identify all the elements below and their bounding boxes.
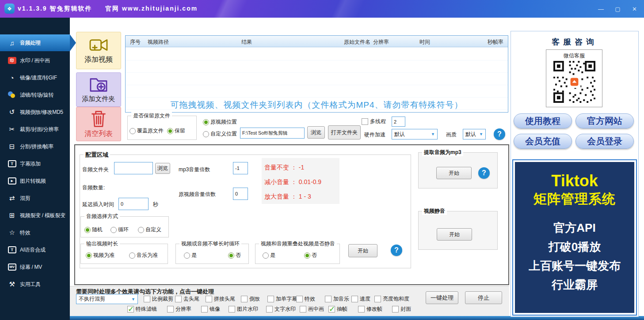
checkbox-modify-frame[interactable]: 修改帧 [358, 305, 382, 313]
checkbox-effects[interactable]: 特效 [296, 295, 315, 303]
checkbox-ratio-crop[interactable]: 比例裁剪 [144, 295, 173, 303]
radio-circle [130, 128, 136, 134]
sidebar-item-effects[interactable]: ☆ 特效 [0, 224, 70, 241]
radio-custom-location[interactable]: 自定义位置 [203, 130, 237, 138]
checkbox-resolution[interactable]: 分辨率 [167, 305, 191, 313]
mp3-volume-input[interactable]: -1 [233, 162, 248, 174]
sidebar-item-mix-cut[interactable]: ⇄ 混剪 [0, 190, 70, 207]
process-all-button[interactable]: 一键处理 [426, 291, 458, 304]
tutorial-button[interactable]: 使用教程 [514, 113, 572, 128]
radio-audio-loop[interactable]: 循环 [111, 226, 129, 233]
checkbox-brightness-saturation[interactable]: 亮度饱和度 [374, 295, 409, 303]
original-volume-label: 原视频音量倍数 [179, 191, 216, 198]
checkbox-text-watermark[interactable]: 文字水印 [266, 305, 296, 313]
volume-info-line: 放大音量 ： 1 - 3 [264, 193, 311, 201]
member-login-button[interactable]: 会员登录 [575, 134, 634, 149]
quality-dropdown[interactable]: 默认▼ [463, 129, 486, 139]
col-resolution: 分辨率 [373, 38, 389, 46]
sidebar-item-ai-voice[interactable]: T AI语音合成 [0, 241, 70, 258]
video-mute-start-button[interactable]: 开始 [437, 228, 472, 241]
folder-plus-icon [88, 76, 109, 93]
output-path-input[interactable]: F:\Test Soft\智兔剪辑 [240, 128, 305, 139]
checkbox-box [206, 296, 212, 302]
checkbox-reverse[interactable]: 倒放 [241, 295, 260, 303]
radio-loop-yes[interactable]: 是 [184, 252, 197, 259]
browse-button[interactable]: 浏览 [307, 126, 325, 139]
clear-list-label: 清空列表 [84, 129, 113, 139]
radio-overwrite-original[interactable]: 覆盖原文件 [130, 127, 164, 135]
stop-button[interactable]: 停止 [465, 291, 502, 304]
radio-duration-video[interactable]: 视频为准 [86, 252, 114, 259]
maximize-button[interactable]: ▢ [610, 0, 626, 18]
sidebar-item-image-to-video[interactable]: ▶ 图片转视频 [0, 173, 70, 189]
sidebar-item-greenscreen-mv[interactable]: MV 绿幕 / MV [0, 259, 70, 275]
member-recharge-button[interactable]: 会员充值 [514, 134, 572, 149]
checkbox-single-subtitle[interactable]: 加单字幕 [267, 295, 297, 303]
delay-insert-label: 延迟插入时间 [82, 201, 114, 208]
radio-overlap-yes[interactable]: 是 [263, 252, 275, 259]
sidebar-item-utility-tools[interactable]: ⚒ 实用工具 [0, 276, 70, 293]
multithread-count-input[interactable]: 2 [392, 117, 405, 127]
radio-loop-no[interactable]: 否 [228, 252, 241, 259]
chevron-down-icon: ▼ [431, 132, 435, 136]
sidebar-item-reverse-md5[interactable]: ↺ 视频倒放/修改MD5 [0, 104, 70, 120]
radio-audio-custom[interactable]: 自定义 [138, 226, 161, 233]
video-list-table[interactable]: 序号 视频路径 结果 原始文件名 分辨率 时间 秒帧率 可拖拽视频、视频文件夹到… [125, 35, 508, 113]
radio-keep-original[interactable]: 保留 [167, 127, 185, 135]
official-website-button[interactable]: 官方网站 [575, 113, 634, 128]
sidebar-item-split-concat-framerate[interactable]: ⊟ 分割/拼接/帧率 [0, 138, 70, 155]
audio-folder-input[interactable] [114, 162, 153, 174]
config-help-icon[interactable]: ? [391, 245, 402, 256]
hw-accel-dropdown[interactable]: 默认▼ [392, 129, 438, 139]
checkbox-box [175, 296, 182, 302]
config-start-button[interactable]: 开始 [348, 244, 377, 257]
open-folder-button[interactable]: 打开文件夹 [328, 125, 361, 139]
sidebar-item-video-fission[interactable]: ⊞ 视频裂变 / 模板裂变 [0, 207, 70, 224]
add-video-button[interactable]: 添加视频 [76, 32, 121, 69]
checkbox-pip[interactable]: 画中画 [300, 305, 324, 313]
checkbox-box [267, 296, 274, 302]
delay-insert-input[interactable]: 0 [118, 198, 149, 210]
extract-mp3-start-button[interactable]: 开始 [436, 167, 472, 179]
checkbox-box [300, 306, 306, 312]
audio-mode-title: 音频选择方式 [84, 213, 120, 220]
add-folder-button[interactable]: 添加文件夹 [76, 72, 121, 107]
checkbox-image-watermark[interactable]: 图片水印 [229, 305, 258, 313]
sidebar-item-crop-cover-resolution[interactable]: ✂ 裁剪/封面/分辨率 [0, 121, 70, 138]
radio-audio-random[interactable]: 随机 [84, 226, 103, 233]
checkbox-add-music[interactable]: 加音乐 [325, 295, 349, 303]
checkbox-trim-ends[interactable]: 去头尾 [175, 295, 199, 303]
checkbox-box [241, 296, 248, 302]
original-volume-input[interactable]: 0 [233, 188, 248, 200]
options-help-icon[interactable]: ? [494, 128, 505, 140]
sidebar-item-subtitle-add[interactable]: T 字幕添加 [0, 155, 70, 172]
close-button[interactable]: ✕ [626, 0, 643, 18]
mix-mode-dropdown[interactable]: 不执行混剪▼ [76, 294, 138, 304]
multithread-checkbox[interactable]: 多线程 [362, 118, 386, 125]
sidebar-item-mirror-speed-gif[interactable]: ◔ 镜像/速度/转GIF [0, 69, 70, 86]
checkbox-box [374, 296, 381, 302]
checkbox-concat-ends[interactable]: 拼接头尾 [206, 295, 235, 303]
audio-folder-label: 音频文件夹 [82, 166, 109, 173]
overlap-mute-title: 视频和音频重叠处视频是否静音 [259, 240, 337, 248]
toolbox-icon: ⚒ [7, 280, 17, 288]
sidebar-item-watermark-pip[interactable]: 印 水印 / 画中画 [0, 52, 70, 69]
radio-original-location[interactable]: 原视频位置 [203, 118, 237, 126]
checkbox-cover[interactable]: 封面 [392, 305, 411, 313]
checkbox-speed[interactable]: 速度 [351, 295, 370, 303]
radio-overlap-no[interactable]: 否 [304, 252, 317, 259]
checkbox-mirror[interactable]: 镜像 [201, 305, 220, 313]
mv-icon: MV [8, 264, 16, 271]
sidebar-item-filter-transition-rotate[interactable]: 滤镜/转场/旋转 [0, 87, 70, 103]
official-site-text: 官网 www.zhitujianji.com [105, 5, 198, 13]
audio-folder-browse-button[interactable]: 浏览 [155, 163, 170, 174]
radio-duration-music[interactable]: 音乐为准 [129, 252, 158, 259]
sidebar-item-audio-processing[interactable]: ♫ 音频处理 [0, 34, 70, 51]
minimize-button[interactable]: — [593, 0, 609, 18]
extract-mp3-help-icon[interactable]: ? [478, 167, 490, 179]
checkbox-frame-extract[interactable]: 抽帧 [328, 305, 347, 313]
checkbox-special-filter[interactable]: 特殊滤镜 [127, 305, 157, 313]
col-result: 结果 [241, 38, 252, 46]
clear-list-button[interactable]: 清空列表 [76, 107, 121, 141]
checkbox-box [167, 306, 174, 312]
